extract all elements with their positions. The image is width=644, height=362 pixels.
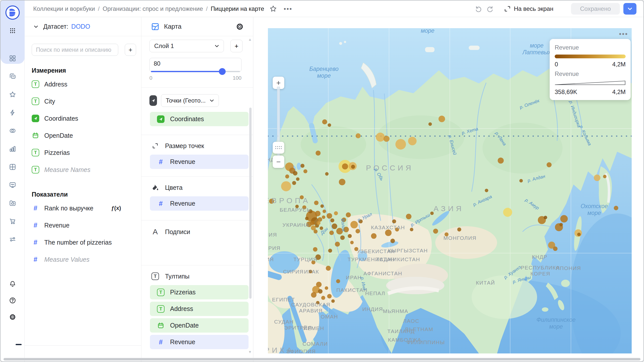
pizzeria-point[interactable]	[305, 217, 309, 220]
rail-item-datasets[interactable]	[5, 159, 20, 174]
pizzeria-point[interactable]	[433, 229, 438, 234]
pizzeria-point[interactable]	[308, 209, 312, 213]
pizzeria-point[interactable]	[457, 228, 461, 232]
pizzeria-point[interactable]	[342, 217, 346, 222]
opacity-slider[interactable]	[151, 71, 240, 72]
pizzeria-point[interactable]	[281, 181, 291, 191]
pizzeria-point[interactable]	[383, 136, 389, 142]
pizzeria-point[interactable]	[406, 214, 412, 219]
rail-item-settings[interactable]	[5, 309, 20, 325]
undo-button[interactable]	[473, 3, 484, 14]
size-field-chip[interactable]: #Revenue	[150, 155, 249, 169]
pizzeria-point[interactable]	[292, 181, 296, 185]
breadcrumb-item[interactable]: Коллекции и воркбуки	[33, 5, 95, 12]
geofield-chip[interactable]: Coordinates	[150, 112, 249, 126]
saved-button[interactable]: Сохранено	[571, 3, 620, 15]
pizzeria-point[interactable]	[410, 228, 413, 231]
field-revenue[interactable]: #Revenue	[25, 217, 141, 234]
rail-item-marketplace[interactable]	[5, 214, 20, 229]
pizzeria-point[interactable]	[408, 137, 417, 145]
pizzeria-point[interactable]	[311, 260, 315, 264]
rail-collapse-handle[interactable]	[16, 344, 22, 345]
pizzeria-point[interactable]	[330, 218, 334, 222]
field-address[interactable]: TAddress	[25, 76, 141, 93]
add-field-button[interactable]: +	[125, 44, 136, 56]
pizzeria-point[interactable]	[594, 174, 600, 181]
pizzeria-point[interactable]	[320, 204, 324, 208]
pizzeria-point[interactable]	[577, 233, 581, 236]
field-city[interactable]: TCity	[25, 93, 141, 110]
pizzeria-point[interactable]	[302, 205, 306, 209]
rail-item-dashboards[interactable]	[5, 177, 20, 193]
rail-item-notifications[interactable]	[5, 276, 20, 292]
field-pizzerias[interactable]: TPizzerias	[25, 144, 141, 161]
pizzeria-point[interactable]	[285, 174, 289, 178]
pizzeria-point[interactable]	[519, 179, 523, 183]
pizzeria-point[interactable]	[323, 210, 326, 213]
map-canvas[interactable]: РОССИЯЕВРОПААЗИЯАФРИКАФИНЛЯНДИЯБЕЛАРУСЬУ…	[268, 28, 632, 353]
field-measure-names[interactable]: TMeasure Names	[25, 161, 141, 178]
field-rank-по-выручке[interactable]: #Rank по выручкеƒ(x)	[25, 200, 141, 217]
rail-item-favorites[interactable]	[5, 87, 20, 102]
fullscreen-label[interactable]: На весь экран	[514, 5, 553, 12]
pizzeria-point[interactable]	[322, 215, 325, 219]
pizzeria-point[interactable]	[342, 163, 348, 169]
zoom-slider-handle[interactable]	[273, 142, 284, 154]
pizzeria-point[interactable]	[559, 223, 563, 227]
breadcrumb-item[interactable]: Организации: спрос и предложение	[103, 5, 203, 12]
chip-pizzerias[interactable]: TPizzerias	[150, 285, 249, 299]
apps-grid-icon[interactable]	[8, 26, 18, 36]
pizzeria-point[interactable]	[395, 139, 406, 150]
pizzeria-point[interactable]	[322, 119, 327, 124]
rail-item-charts[interactable]	[5, 141, 20, 156]
dataset-header[interactable]: Датасет: DODO	[25, 17, 141, 36]
pizzeria-point[interactable]	[331, 299, 335, 303]
pizzeria-point[interactable]	[485, 189, 488, 192]
pizzeria-point[interactable]	[390, 239, 395, 243]
breadcrumb-item[interactable]: Пиццерии на карте	[211, 5, 264, 12]
pizzeria-point[interactable]	[293, 171, 297, 175]
pizzeria-point[interactable]	[315, 254, 321, 260]
pizzeria-point[interactable]	[346, 212, 351, 217]
rail-item-help[interactable]	[5, 293, 20, 308]
datalens-logo[interactable]	[5, 5, 20, 20]
pizzeria-point[interactable]	[376, 133, 385, 142]
pizzeria-point[interactable]	[350, 221, 358, 229]
pizzeria-point[interactable]	[348, 234, 352, 238]
pizzeria-point[interactable]	[325, 172, 329, 176]
scroll-up-icon[interactable]: ▲	[248, 37, 252, 41]
chip-address[interactable]: TAddress	[150, 302, 249, 316]
pizzeria-point[interactable]	[343, 227, 349, 232]
redo-button[interactable]	[484, 3, 495, 14]
rail-item-collections[interactable]	[5, 69, 20, 84]
pizzeria-point[interactable]	[438, 116, 445, 122]
pizzeria-point[interactable]	[392, 219, 396, 223]
pizzeria-point[interactable]	[335, 242, 340, 247]
field-the-number-of-pizzerias[interactable]: #The number of pizzerias	[25, 234, 141, 251]
horizontal-scrollbar[interactable]	[4, 358, 640, 360]
zoom-out-button[interactable]: −	[273, 156, 284, 168]
pizzeria-point[interactable]	[355, 229, 360, 234]
pizzeria-point[interactable]	[313, 247, 317, 252]
save-dropdown-button[interactable]	[623, 3, 636, 15]
pizzeria-point[interactable]	[336, 279, 340, 283]
pizzeria-point[interactable]	[445, 232, 449, 236]
pizzeria-point[interactable]	[336, 228, 343, 234]
pizzeria-point[interactable]	[326, 266, 331, 271]
pizzeria-point[interactable]	[318, 289, 323, 294]
pizzeria-point[interactable]	[309, 270, 312, 273]
pizzeria-point[interactable]	[428, 122, 432, 126]
pizzeria-point[interactable]	[498, 158, 504, 164]
add-layer-button[interactable]: +	[230, 40, 243, 52]
pizzeria-point[interactable]	[503, 208, 512, 217]
pizzeria-point[interactable]	[371, 233, 377, 239]
favorite-star-icon[interactable]	[269, 5, 277, 13]
pizzeria-point[interactable]	[560, 215, 568, 222]
rail-item-ql-editor[interactable]	[5, 105, 20, 120]
pizzeria-point[interactable]	[320, 227, 323, 230]
pizzeria-point[interactable]	[329, 231, 334, 235]
field-search-input[interactable]	[32, 44, 118, 56]
pizzeria-point[interactable]	[351, 165, 355, 169]
fullscreen-icon[interactable]	[502, 3, 513, 14]
pizzeria-point[interactable]	[321, 296, 325, 300]
